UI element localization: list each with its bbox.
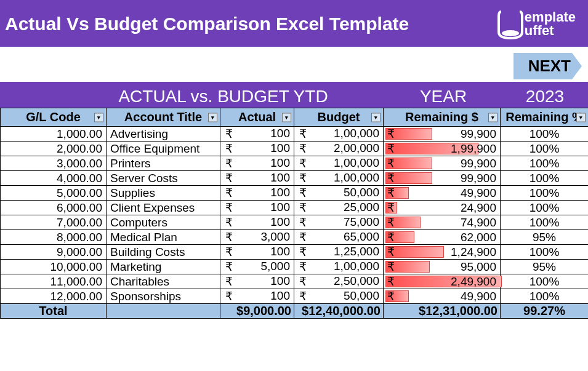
- cell-pct[interactable]: 95%: [501, 230, 589, 245]
- cell-title[interactable]: Printers: [107, 156, 220, 171]
- cell-title[interactable]: Medical Plan: [107, 230, 220, 245]
- cell-remaining[interactable]: ₹99,900: [384, 156, 501, 171]
- cell-code[interactable]: 2,000.00: [1, 142, 107, 156]
- filter-icon[interactable]: ▾: [282, 113, 291, 122]
- cell-budget[interactable]: ₹75,000: [294, 215, 384, 230]
- col-remaining[interactable]: Remaining $▾: [384, 108, 501, 127]
- cell-pct[interactable]: 95%: [501, 260, 589, 274]
- col-budget[interactable]: Budget▾: [294, 108, 384, 127]
- cell-actual[interactable]: ₹100: [220, 215, 294, 230]
- cell-actual[interactable]: ₹100: [220, 127, 294, 142]
- cell-remaining[interactable]: ₹1,99,900: [384, 142, 501, 156]
- cell-pct[interactable]: 100%: [501, 142, 589, 156]
- cell-title[interactable]: Charitables: [107, 274, 220, 289]
- next-button[interactable]: NEXT: [513, 53, 582, 79]
- cell-title[interactable]: Server Costs: [107, 171, 220, 186]
- cell-actual[interactable]: ₹100: [220, 245, 294, 260]
- cell-title[interactable]: Advertising: [107, 127, 220, 142]
- cell-title[interactable]: Computers: [107, 215, 220, 230]
- cell-code[interactable]: 4,000.00: [1, 171, 107, 186]
- cell-code[interactable]: 3,000.00: [1, 156, 107, 171]
- cell-budget[interactable]: ₹2,50,000: [294, 274, 384, 289]
- cell-budget[interactable]: ₹2,00,000: [294, 142, 384, 156]
- cell-actual[interactable]: ₹3,000: [220, 230, 294, 245]
- col-remaining-pct[interactable]: Remaining %▾: [501, 108, 589, 127]
- cell-title[interactable]: Office Equipment: [107, 142, 220, 156]
- cell-pct[interactable]: 100%: [501, 156, 589, 171]
- cell-code[interactable]: 5,000.00: [1, 186, 107, 201]
- cell-remaining[interactable]: ₹74,900: [384, 215, 501, 230]
- cell-actual[interactable]: ₹100: [220, 171, 294, 186]
- filter-icon[interactable]: ▾: [371, 113, 381, 122]
- cell-pct[interactable]: 100%: [501, 289, 589, 304]
- cell-code[interactable]: 1,000.00: [1, 127, 107, 142]
- cell-budget[interactable]: ₹1,00,000: [294, 156, 384, 171]
- cell-code[interactable]: 6,000.00: [1, 201, 107, 215]
- total-actual: $9,000.00: [220, 304, 294, 319]
- cell-remaining[interactable]: ₹49,900: [384, 289, 501, 304]
- filter-icon[interactable]: ▾: [488, 113, 497, 122]
- cell-actual[interactable]: ₹100: [220, 289, 294, 304]
- col-title[interactable]: Account Title▾: [107, 108, 220, 127]
- cell-actual[interactable]: ₹100: [220, 186, 294, 201]
- cell-budget[interactable]: ₹25,000: [294, 201, 384, 215]
- table-row: 3,000.00Printers₹100₹1,00,000₹99,900100%: [1, 156, 589, 171]
- cell-remaining[interactable]: ₹24,900: [384, 201, 501, 215]
- cell-actual[interactable]: ₹100: [220, 142, 294, 156]
- total-pct: 99.27%: [501, 304, 589, 319]
- subheader-row: ACTUAL vs. BUDGET YTD YEAR 2023: [0, 86, 588, 108]
- cell-pct[interactable]: 100%: [501, 215, 589, 230]
- logo: emplate uffet: [495, 9, 576, 39]
- logo-text-bottom: uffet: [525, 24, 576, 38]
- total-row: Total $9,000.00 $12,40,000.00 $12,31,000…: [1, 304, 589, 319]
- cell-remaining[interactable]: ₹99,900: [384, 171, 501, 186]
- cell-title[interactable]: Sponsorships: [107, 289, 220, 304]
- cell-code[interactable]: 9,000.00: [1, 245, 107, 260]
- cell-title[interactable]: Marketing: [107, 260, 220, 274]
- cell-code[interactable]: 8,000.00: [1, 230, 107, 245]
- filter-icon[interactable]: ▾: [576, 113, 586, 122]
- col-actual[interactable]: Actual▾: [220, 108, 294, 127]
- cell-budget[interactable]: ₹1,00,000: [294, 127, 384, 142]
- cell-pct[interactable]: 100%: [501, 274, 589, 289]
- table-row: 2,000.00Office Equipment₹100₹2,00,000₹1,…: [1, 142, 589, 156]
- cell-actual[interactable]: ₹100: [220, 156, 294, 171]
- cell-pct[interactable]: 100%: [501, 127, 589, 142]
- cell-budget[interactable]: ₹1,00,000: [294, 171, 384, 186]
- cell-actual[interactable]: ₹100: [220, 274, 294, 289]
- cell-budget[interactable]: ₹50,000: [294, 289, 384, 304]
- cell-title[interactable]: Building Costs: [107, 245, 220, 260]
- cell-actual[interactable]: ₹100: [220, 201, 294, 215]
- table-row: 5,000.00Supplies₹100₹50,000₹49,900100%: [1, 186, 589, 201]
- cell-budget[interactable]: ₹1,25,000: [294, 245, 384, 260]
- table-row: 7,000.00Computers₹100₹75,000₹74,900100%: [1, 215, 589, 230]
- cell-code[interactable]: 11,000.00: [1, 274, 107, 289]
- cell-budget[interactable]: ₹65,000: [294, 230, 384, 245]
- cell-budget[interactable]: ₹1,00,000: [294, 260, 384, 274]
- cell-title[interactable]: Client Expenses: [107, 201, 220, 215]
- cell-remaining[interactable]: ₹2,49,900: [384, 274, 501, 289]
- cell-pct[interactable]: 100%: [501, 186, 589, 201]
- cell-remaining[interactable]: ₹99,900: [384, 127, 501, 142]
- col-glcode[interactable]: G/L Code▾: [1, 108, 107, 127]
- cell-actual[interactable]: ₹5,000: [220, 260, 294, 274]
- cell-remaining[interactable]: ₹95,000: [384, 260, 501, 274]
- cell-code[interactable]: 12,000.00: [1, 289, 107, 304]
- filter-icon[interactable]: ▾: [208, 113, 217, 122]
- filter-icon[interactable]: ▾: [94, 113, 103, 122]
- cell-title[interactable]: Supplies: [107, 186, 220, 201]
- cell-remaining[interactable]: ₹62,000: [384, 230, 501, 245]
- cell-code[interactable]: 10,000.00: [1, 260, 107, 274]
- subheader-main: ACTUAL vs. BUDGET YTD: [0, 87, 385, 106]
- table-row: 11,000.00Charitables₹100₹2,50,000₹2,49,9…: [1, 274, 589, 289]
- cell-code[interactable]: 7,000.00: [1, 215, 107, 230]
- table-row: 12,000.00Sponsorships₹100₹50,000₹49,9001…: [1, 289, 589, 304]
- table-row: 8,000.00Medical Plan₹3,000₹65,000₹62,000…: [1, 230, 589, 245]
- cell-remaining[interactable]: ₹49,900: [384, 186, 501, 201]
- subheader-year-label: YEAR: [385, 87, 502, 106]
- cell-pct[interactable]: 100%: [501, 201, 589, 215]
- cell-remaining[interactable]: ₹1,24,900: [384, 245, 501, 260]
- cell-pct[interactable]: 100%: [501, 171, 589, 186]
- cell-pct[interactable]: 100%: [501, 245, 589, 260]
- cell-budget[interactable]: ₹50,000: [294, 186, 384, 201]
